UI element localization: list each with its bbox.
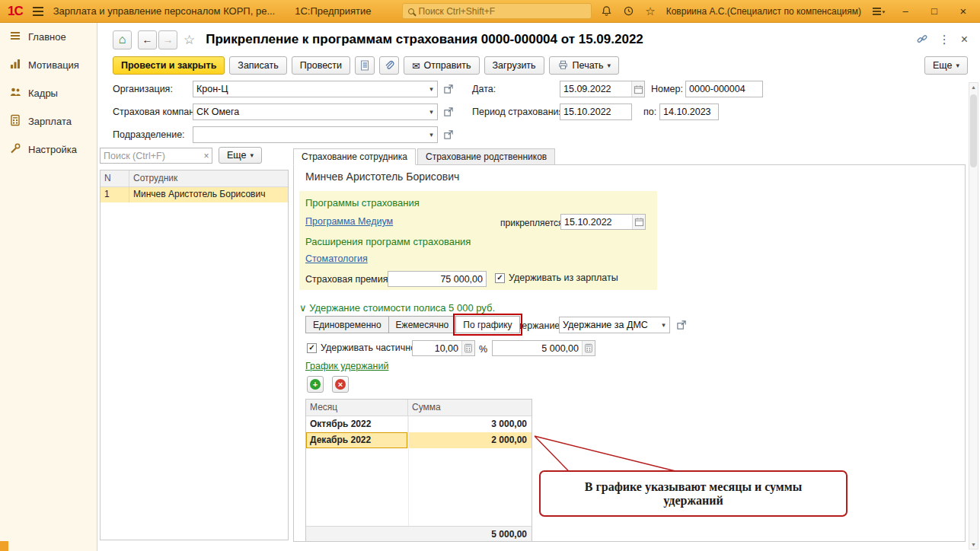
table-row-selected[interactable]: Декабрь 2022 2 000,00 xyxy=(306,432,531,448)
organization-open-icon[interactable] xyxy=(442,82,455,96)
vertical-scrollbar[interactable]: ▲ ▼ xyxy=(969,82,978,549)
percent-field[interactable] xyxy=(412,340,475,356)
percent-input[interactable] xyxy=(413,343,461,354)
insurer-open-icon[interactable] xyxy=(442,105,455,119)
global-search-input[interactable] xyxy=(419,6,586,17)
scroll-up-icon[interactable]: ▲ xyxy=(969,84,978,90)
chevron-down-icon[interactable]: ▾ xyxy=(426,127,437,142)
scrollbar-thumb[interactable] xyxy=(970,94,977,167)
department-field[interactable]: ▾ xyxy=(193,126,438,143)
fixed-amount-input[interactable] xyxy=(493,343,582,354)
premium-input[interactable] xyxy=(388,274,486,285)
calendar-icon[interactable] xyxy=(631,81,644,97)
back-button[interactable]: ← xyxy=(138,30,157,49)
sidebar-item-hr[interactable]: Кадры xyxy=(0,79,97,107)
deduction-open-icon[interactable] xyxy=(675,318,688,332)
sidebar-item-settings[interactable]: Настройка xyxy=(0,135,97,164)
print-button[interactable]: Печать ▾ xyxy=(549,56,619,75)
insurer-input[interactable] xyxy=(193,107,426,117)
sidebar-item-payroll[interactable]: Зарплата xyxy=(0,107,97,135)
mode-once-button[interactable]: Единовременно xyxy=(305,316,389,333)
global-search[interactable] xyxy=(402,3,592,19)
calculator-icon[interactable] xyxy=(582,341,595,355)
post-button[interactable]: Провести xyxy=(292,56,350,75)
column-header-n[interactable]: N xyxy=(101,170,129,186)
date-field[interactable] xyxy=(560,81,645,97)
add-row-button[interactable]: + xyxy=(307,376,324,393)
number-field[interactable] xyxy=(685,81,763,97)
attach-date-input[interactable] xyxy=(561,217,632,228)
more-button[interactable]: Еще ▾ xyxy=(924,56,968,75)
organization-input[interactable] xyxy=(193,84,426,94)
calculator-icon[interactable] xyxy=(461,341,474,355)
insurer-field[interactable]: ▾ xyxy=(193,104,438,120)
organization-field[interactable]: ▾ xyxy=(193,81,438,97)
postings-journal-button[interactable] xyxy=(355,56,375,75)
copy-link-icon[interactable] xyxy=(916,33,928,46)
program-link[interactable]: Программа Медиум xyxy=(305,216,393,227)
chevron-down-icon[interactable]: ▾ xyxy=(658,317,669,333)
scroll-down-icon[interactable]: ▼ xyxy=(969,542,978,547)
period-to-input[interactable] xyxy=(660,107,718,117)
withhold-partially-checkbox[interactable]: ✓ Удерживать частично xyxy=(307,342,416,353)
load-button[interactable]: Загрузить xyxy=(484,56,544,75)
close-form-icon[interactable]: × xyxy=(961,33,968,46)
deduction-input[interactable] xyxy=(560,320,658,330)
chevron-down-icon[interactable]: ▾ xyxy=(426,104,437,119)
fixed-amount-field[interactable] xyxy=(492,340,595,356)
more-menu-icon[interactable]: ⋮ xyxy=(939,33,950,46)
employee-search-input[interactable] xyxy=(101,151,201,161)
number-input[interactable] xyxy=(686,84,762,94)
document-form: ⌂ ← → ☆ Прикрепление к программам страхо… xyxy=(97,23,980,551)
schedule-link[interactable]: График удержаний xyxy=(305,361,388,371)
attach-date-field[interactable] xyxy=(560,214,646,230)
period-to-field[interactable] xyxy=(659,104,719,120)
forward-button[interactable]: → xyxy=(158,30,177,49)
current-user[interactable]: Ковриина А.С.(Специалист по компенсациям… xyxy=(666,6,861,17)
window-close-button[interactable]: × xyxy=(954,5,972,18)
date-input[interactable] xyxy=(560,84,631,94)
people-icon xyxy=(9,86,21,100)
employee-search-field[interactable]: × xyxy=(100,148,212,164)
period-from-field[interactable] xyxy=(560,104,632,120)
column-header-month[interactable]: Месяц xyxy=(306,400,408,416)
mode-monthly-button[interactable]: Ежемесячно xyxy=(388,316,457,333)
withholding-section-header[interactable]: ∨ Удержание стоимости полиса 5 000 руб. xyxy=(299,302,495,314)
sidebar-item-motivation[interactable]: Мотивация xyxy=(0,51,97,79)
tab-employee-insurance[interactable]: Страхование сотрудника xyxy=(293,148,416,165)
send-button[interactable]: ✉ Отправить xyxy=(404,56,479,75)
post-and-close-button[interactable]: Провести и закрыть xyxy=(113,56,225,75)
table-row[interactable]: Октябрь 2022 3 000,00 xyxy=(306,416,531,432)
notifications-bell-icon[interactable] xyxy=(601,5,612,17)
clear-search-icon[interactable]: × xyxy=(201,151,212,161)
withhold-from-salary-checkbox[interactable]: ✓ Удерживать из зарплаты xyxy=(495,272,618,283)
favorite-star-icon[interactable]: ☆ xyxy=(184,32,195,48)
favorites-star-icon[interactable]: ☆ xyxy=(645,5,655,18)
row-number: 1 xyxy=(101,187,129,202)
column-header-employee[interactable]: Сотрудник xyxy=(129,170,288,186)
department-open-icon[interactable] xyxy=(442,128,455,142)
deduction-field[interactable]: ▾ xyxy=(559,317,670,333)
main-menu-icon[interactable] xyxy=(32,6,44,17)
sidebar-item-main[interactable]: Главное xyxy=(0,23,97,51)
department-input[interactable] xyxy=(193,129,426,140)
window-minimize-button[interactable]: – xyxy=(896,5,915,17)
employee-list-more-button[interactable]: Еще ▾ xyxy=(219,147,262,164)
table-row[interactable]: 1 Минчев Аристотель Борисович xyxy=(101,187,288,202)
mode-schedule-button[interactable]: По графику xyxy=(455,316,519,333)
tab-relatives-insurance[interactable]: Страхование родственников xyxy=(417,148,555,165)
delete-row-button[interactable]: × xyxy=(332,376,349,393)
column-header-sum[interactable]: Сумма xyxy=(408,400,531,416)
period-from-input[interactable] xyxy=(560,107,631,117)
window-maximize-button[interactable]: □ xyxy=(925,5,943,17)
history-icon[interactable] xyxy=(623,5,634,17)
home-button[interactable]: ⌂ xyxy=(113,30,132,49)
premium-field[interactable] xyxy=(388,271,487,287)
panel-toggle-icon[interactable] xyxy=(872,6,886,17)
save-button[interactable]: Записать xyxy=(229,56,286,75)
calendar-icon[interactable] xyxy=(632,215,645,229)
extension-link[interactable]: Стоматология xyxy=(305,253,368,264)
programs-header: Программы страхования xyxy=(305,197,420,209)
attachments-paperclip-button[interactable] xyxy=(379,56,399,75)
chevron-down-icon[interactable]: ▾ xyxy=(426,81,437,97)
